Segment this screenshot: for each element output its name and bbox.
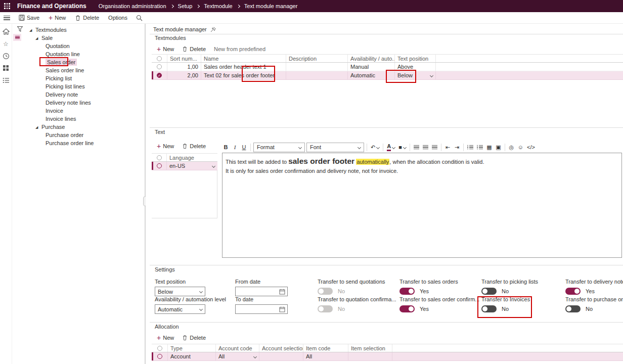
cell-account-selection[interactable]	[259, 352, 303, 360]
column-header-name[interactable]: Name	[201, 55, 286, 62]
decrease-indent-button[interactable]: ⇤	[444, 143, 452, 152]
save-button[interactable]: Save	[14, 12, 44, 23]
numbered-list-button[interactable]	[476, 143, 484, 152]
worklist-icon[interactable]	[2, 76, 10, 84]
tree-item-quotation[interactable]: Quotation	[12, 42, 144, 50]
tree-item-sales-order[interactable]: Sales order	[12, 58, 144, 66]
delete-button[interactable]: Delete	[70, 12, 104, 23]
new-button[interactable]: + New	[44, 12, 70, 23]
text-delete-button[interactable]: Delete	[182, 143, 206, 149]
column-header-account-selection[interactable]: Account selection	[259, 344, 303, 352]
transfer-to-purchase-order-toggle[interactable]	[565, 305, 581, 312]
font-select[interactable]: Font	[306, 143, 364, 152]
text-new-button[interactable]: +New	[157, 143, 174, 150]
cell-text-position-combo[interactable]: Below	[395, 71, 436, 79]
column-header-availability[interactable]: Availability / auto...	[348, 55, 395, 62]
tree-item-invoice[interactable]: Invoice	[12, 107, 144, 115]
column-header-item-code[interactable]: Item code	[303, 344, 348, 352]
tree-item-purchase-order[interactable]: Purchase order	[12, 131, 144, 139]
emoji-button[interactable]: ☺	[517, 143, 524, 152]
textmodules-new-button[interactable]: +New	[157, 46, 174, 53]
column-header-description[interactable]: Description	[286, 55, 348, 62]
column-header-account-code[interactable]: Account code	[216, 344, 259, 352]
availability-select[interactable]: Automatic	[155, 304, 205, 314]
checkbox-circle-icon[interactable]	[157, 163, 162, 168]
cell-type[interactable]: Account	[168, 352, 216, 360]
align-left-button[interactable]	[413, 143, 420, 152]
fill-color-button[interactable]: ■	[397, 143, 407, 152]
cell-name[interactable]: Sales order header text 1	[201, 63, 286, 71]
allocation-delete-button[interactable]: Delete	[182, 335, 206, 341]
language-row-selected[interactable]: en-US	[152, 162, 217, 170]
chevron-down-icon[interactable]	[212, 164, 215, 167]
transfer-to-sales-order-confirmation-toggle[interactable]	[399, 305, 415, 312]
tree-item-purchase-order-line[interactable]: Purchase order line	[12, 139, 144, 147]
bullet-list-button[interactable]	[466, 143, 474, 152]
transfer-to-invoices-toggle[interactable]	[481, 305, 497, 312]
tree-item-quotation-line[interactable]: Quotation line	[12, 50, 144, 58]
new-from-predefined-button[interactable]: New from predefined	[214, 46, 265, 52]
column-header-language[interactable]: Language	[167, 154, 217, 161]
app-launcher-icon[interactable]	[0, 0, 14, 12]
expander-icon[interactable]: ◢	[29, 28, 32, 32]
checkbox-circle-icon[interactable]	[157, 155, 162, 160]
bold-button[interactable]: B	[222, 143, 230, 152]
tree-item-picking-list-lines[interactable]: Picking list lines	[12, 82, 144, 90]
expander-icon[interactable]: ◢	[35, 36, 38, 40]
to-date-input[interactable]	[235, 304, 288, 314]
cell-sort[interactable]: 2,00	[167, 71, 201, 79]
allocation-new-button[interactable]: +New	[157, 334, 174, 341]
tree-item-sales-order-line[interactable]: Sales order line	[12, 66, 144, 74]
select-all-checkbox[interactable]	[152, 55, 167, 62]
row-checkbox[interactable]	[152, 352, 168, 360]
cell-text-position[interactable]: Above	[395, 63, 436, 71]
transfer-to-sales-orders-toggle[interactable]	[399, 288, 415, 295]
search-icon[interactable]	[136, 15, 143, 21]
checkbox-circle-icon[interactable]	[157, 346, 162, 351]
chevron-down-icon[interactable]	[253, 354, 257, 358]
text-position-select[interactable]: Below	[155, 287, 205, 296]
cell-account-code-combo[interactable]: All	[216, 352, 259, 360]
row-checkbox[interactable]: ✓	[152, 71, 167, 79]
transfer-to-delivery-notes-toggle[interactable]	[565, 288, 581, 295]
breadcrumb-item[interactable]: Organisation administration	[99, 3, 166, 9]
tree-item-purchase[interactable]: ◢Purchase	[12, 123, 144, 131]
textmodules-delete-button[interactable]: Delete	[182, 46, 206, 52]
hamburger-menu-icon[interactable]	[4, 16, 10, 20]
tree-item-delivery-note-lines[interactable]: Delivery note lines	[12, 99, 144, 107]
breadcrumb-item[interactable]: Setup	[178, 3, 193, 9]
tree-item-picking-list[interactable]: Picking list	[12, 74, 144, 82]
tree-item-delivery-note[interactable]: Delivery note	[12, 90, 144, 99]
chevron-down-icon[interactable]	[430, 73, 433, 77]
link-button[interactable]: ◎	[508, 143, 515, 152]
column-header-item-selection[interactable]: Item selection	[348, 344, 392, 352]
format-select[interactable]: Format	[253, 143, 305, 152]
select-all-checkbox[interactable]	[152, 154, 167, 161]
column-header-type[interactable]: Type	[168, 344, 216, 352]
options-button[interactable]: Options	[104, 12, 132, 23]
increase-indent-button[interactable]: ⇥	[453, 143, 461, 152]
cell-item-code[interactable]: All	[303, 352, 348, 360]
cell-availability[interactable]: Automatic	[348, 71, 395, 79]
cell-item-selection[interactable]	[348, 352, 392, 360]
table-button[interactable]: ▦	[485, 143, 493, 152]
cell-language-combo[interactable]: en-US	[167, 162, 217, 170]
transfer-to-picking-lists-toggle[interactable]	[481, 288, 497, 295]
undo-button[interactable]: ↶	[370, 143, 380, 152]
cell-sort[interactable]: 1,00	[167, 63, 201, 71]
modules-grid-icon[interactable]	[2, 64, 10, 72]
code-view-button[interactable]: </>	[526, 143, 536, 152]
home-icon[interactable]	[2, 28, 10, 35]
align-center-button[interactable]	[422, 143, 429, 152]
richtext-editor-content[interactable]: This text will be added to sales order f…	[222, 153, 622, 258]
text-color-button[interactable]: A	[386, 143, 396, 152]
image-button[interactable]: ▣	[495, 143, 502, 152]
cell-description[interactable]	[286, 63, 348, 71]
cell-name[interactable]: Text 02 for sales order footer	[201, 71, 286, 79]
tree-item-sale[interactable]: ◢Sale	[12, 34, 144, 42]
align-right-button[interactable]	[431, 143, 438, 152]
breadcrumb-item[interactable]: Textmodule	[204, 3, 232, 9]
row-checkbox[interactable]	[152, 63, 167, 71]
select-all-checkbox[interactable]	[152, 344, 168, 352]
from-date-input[interactable]	[235, 287, 288, 296]
